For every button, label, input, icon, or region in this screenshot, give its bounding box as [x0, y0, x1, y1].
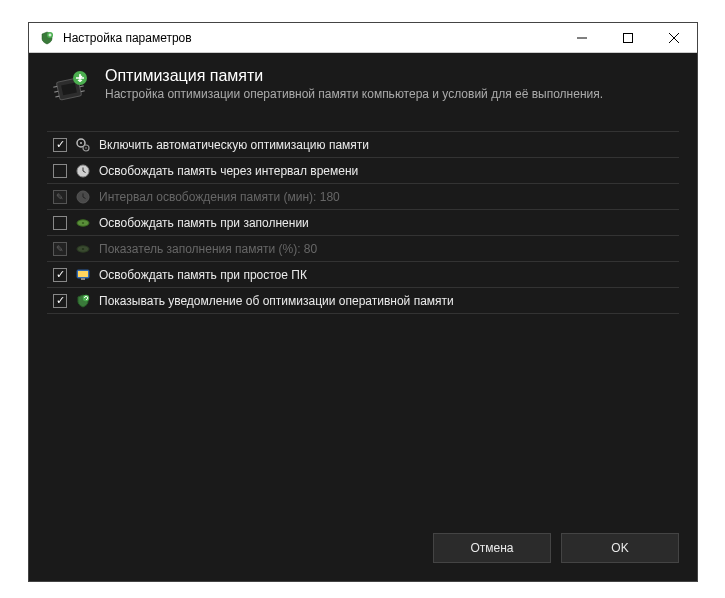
svg-line-12 [81, 91, 85, 92]
dialog-footer: Отмена OK [29, 519, 697, 581]
titlebar: Настройка параметров [29, 23, 697, 53]
option-label: Интервал освобождения памяти (мин): 180 [99, 190, 340, 204]
option-interval-value: ✎ Интервал освобождения памяти (мин): 18… [47, 184, 679, 210]
svg-line-8 [54, 91, 58, 92]
page-title: Оптимизация памяти [105, 67, 603, 85]
option-label: Показывать уведомление об оптимизации оп… [99, 294, 454, 308]
svg-point-25 [82, 222, 84, 223]
svg-rect-29 [78, 271, 88, 277]
svg-point-15 [80, 142, 82, 144]
app-icon [39, 30, 55, 46]
checkbox[interactable] [53, 164, 67, 178]
memory-chip-icon [47, 67, 91, 111]
options-list: Включить автоматическую оптимизацию памя… [47, 131, 679, 519]
checkbox[interactable] [53, 268, 67, 282]
option-show-notification[interactable]: Показывать уведомление об оптимизации оп… [47, 288, 679, 314]
option-fill-threshold: ✎ Показатель заполнения памяти (%): 80 [47, 236, 679, 262]
svg-point-17 [85, 147, 87, 149]
option-label: Показатель заполнения памяти (%): 80 [99, 242, 317, 256]
svg-line-7 [53, 86, 57, 87]
svg-point-31 [83, 294, 89, 300]
checkbox[interactable] [53, 138, 67, 152]
option-label: Освобождать память через интервал времен… [99, 164, 358, 178]
edit-icon: ✎ [53, 242, 67, 256]
clock-icon [75, 163, 91, 179]
disk-icon [75, 241, 91, 257]
gears-icon [75, 137, 91, 153]
svg-rect-30 [81, 278, 85, 280]
option-free-on-fill[interactable]: Освобождать память при заполнении [47, 210, 679, 236]
svg-point-27 [82, 248, 84, 249]
window-title: Настройка параметров [63, 31, 559, 45]
page-subtitle: Настройка оптимизации оперативной памяти… [105, 87, 603, 101]
cancel-button[interactable]: Отмена [433, 533, 551, 563]
minimize-button[interactable] [559, 23, 605, 53]
option-free-interval[interactable]: Освобождать память через интервал времен… [47, 158, 679, 184]
close-button[interactable] [651, 23, 697, 53]
svg-rect-2 [624, 33, 633, 42]
clock-icon [75, 189, 91, 205]
edit-icon: ✎ [53, 190, 67, 204]
checkbox[interactable] [53, 294, 67, 308]
settings-window: Настройка параметров [28, 22, 698, 582]
shield-refresh-icon [75, 293, 91, 309]
dialog-header: Оптимизация памяти Настройка оптимизации… [29, 53, 697, 131]
svg-line-9 [55, 96, 59, 97]
disk-icon [75, 215, 91, 231]
maximize-button[interactable] [605, 23, 651, 53]
option-auto-optimize[interactable]: Включить автоматическую оптимизацию памя… [47, 132, 679, 158]
option-label: Освобождать память при заполнении [99, 216, 309, 230]
option-free-on-idle[interactable]: Освобождать память при простое ПК [47, 262, 679, 288]
option-label: Включить автоматическую оптимизацию памя… [99, 138, 369, 152]
monitor-icon [75, 267, 91, 283]
svg-line-11 [80, 86, 84, 87]
checkbox[interactable] [53, 216, 67, 230]
ok-button[interactable]: OK [561, 533, 679, 563]
option-label: Освобождать память при простое ПК [99, 268, 307, 282]
